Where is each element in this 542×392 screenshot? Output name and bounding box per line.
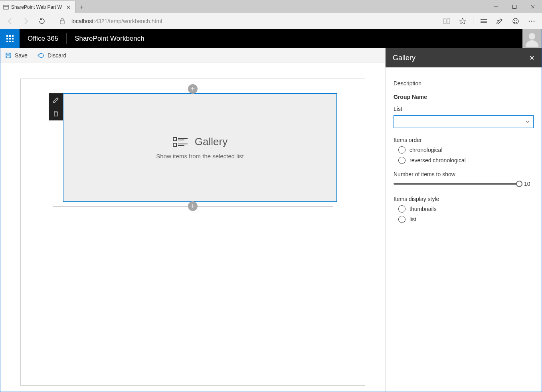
chevron-down-icon bbox=[525, 119, 530, 124]
svg-point-15 bbox=[534, 20, 535, 22]
discard-label: Discard bbox=[47, 52, 66, 59]
favorite-icon[interactable] bbox=[455, 14, 470, 28]
list-icon bbox=[172, 136, 188, 148]
radio-icon bbox=[398, 216, 406, 223]
suite-bar: Office 365 SharePoint Workbench bbox=[0, 29, 542, 48]
page-icon bbox=[3, 4, 9, 10]
items-order-label: Items order bbox=[394, 137, 534, 143]
display-style-label: Items display style bbox=[394, 196, 534, 202]
canvas-scroll[interactable]: + Gallery Show items from the selected l… bbox=[0, 63, 385, 392]
svg-point-14 bbox=[531, 20, 532, 22]
pane-group-name: Group Name bbox=[394, 94, 534, 100]
num-items-label: Number of items to show bbox=[394, 171, 534, 177]
style-option-thumbnails[interactable]: thumbnails bbox=[398, 205, 534, 213]
url-host: localhost bbox=[71, 18, 93, 24]
section-divider-top: + bbox=[49, 86, 337, 92]
slider-value: 10 bbox=[524, 181, 534, 187]
gallery-webpart[interactable]: Gallery Show items from the selected lis… bbox=[63, 93, 337, 202]
pane-description-label: Description bbox=[394, 80, 534, 87]
brand-label[interactable]: Office 365 bbox=[20, 33, 67, 44]
section-divider-bottom: + bbox=[49, 203, 337, 209]
radio-icon bbox=[398, 157, 406, 164]
slider-track bbox=[394, 183, 519, 185]
app-title: SharePoint Workbench bbox=[67, 35, 152, 43]
radio-icon bbox=[398, 205, 406, 213]
undo-icon bbox=[37, 52, 44, 59]
svg-rect-0 bbox=[4, 5, 8, 9]
separator bbox=[473, 17, 473, 26]
nav-forward-button[interactable] bbox=[19, 14, 33, 28]
notes-icon[interactable] bbox=[493, 14, 507, 28]
order-option-reversed[interactable]: reversed chronological bbox=[398, 157, 534, 164]
person-icon bbox=[524, 31, 540, 47]
discard-button[interactable]: Discard bbox=[32, 48, 71, 62]
page-canvas: + Gallery Show items from the selected l… bbox=[20, 79, 365, 386]
svg-point-13 bbox=[529, 20, 530, 22]
user-avatar[interactable] bbox=[522, 29, 542, 48]
window-controls bbox=[487, 0, 542, 13]
svg-rect-25 bbox=[173, 143, 176, 146]
style-option-list[interactable]: list bbox=[398, 216, 534, 223]
waffle-icon bbox=[6, 35, 14, 42]
browser-tab[interactable]: SharePoint Web Part W ✕ bbox=[0, 1, 76, 13]
pencil-icon bbox=[53, 97, 59, 103]
nav-back-button[interactable] bbox=[3, 14, 17, 28]
add-webpart-button-bottom[interactable]: + bbox=[188, 201, 198, 211]
browser-address-bar: localhost:4321/temp/workbench.html bbox=[0, 13, 542, 29]
webpart-toolbar bbox=[49, 93, 63, 120]
svg-rect-3 bbox=[513, 5, 516, 8]
pane-close-button[interactable]: ✕ bbox=[529, 54, 534, 62]
hub-icon[interactable] bbox=[477, 14, 491, 28]
window-close-button[interactable] bbox=[524, 0, 542, 13]
webpart-title-row: Gallery bbox=[172, 136, 227, 148]
order-option-chronological[interactable]: chronological bbox=[398, 146, 534, 154]
reading-view-icon[interactable] bbox=[439, 14, 454, 28]
nav-refresh-button[interactable] bbox=[35, 14, 49, 28]
save-button[interactable]: Save bbox=[0, 48, 32, 62]
edit-webpart-button[interactable] bbox=[49, 93, 63, 107]
save-label: Save bbox=[15, 52, 28, 59]
svg-point-11 bbox=[514, 20, 515, 21]
list-field-label: List bbox=[394, 106, 534, 112]
radio-label: chronological bbox=[409, 147, 443, 153]
list-dropdown[interactable] bbox=[394, 115, 534, 128]
radio-label: list bbox=[409, 216, 416, 223]
app-launcher-button[interactable] bbox=[0, 29, 20, 48]
svg-point-16 bbox=[529, 33, 535, 39]
add-webpart-button-top[interactable]: + bbox=[188, 84, 198, 94]
new-tab-button[interactable]: + bbox=[76, 1, 88, 13]
url-path: :4321/temp/workbench.html bbox=[93, 18, 162, 24]
svg-rect-22 bbox=[173, 138, 176, 141]
slider-thumb[interactable] bbox=[516, 181, 522, 187]
separator bbox=[52, 16, 52, 26]
tab-title: SharePoint Web Part W bbox=[11, 4, 64, 10]
radio-label: thumbnails bbox=[409, 206, 437, 212]
pane-body: Description Group Name List Items order … bbox=[386, 67, 542, 233]
webpart-title: Gallery bbox=[195, 136, 227, 148]
radio-label: reversed chronological bbox=[409, 157, 466, 163]
svg-point-12 bbox=[516, 20, 517, 21]
site-info-icon[interactable] bbox=[55, 14, 69, 28]
trash-icon bbox=[53, 110, 59, 117]
radio-icon bbox=[398, 146, 406, 154]
webpart-subtitle: Show items from the selected list bbox=[156, 153, 243, 160]
pane-title: Gallery bbox=[393, 54, 415, 62]
address-field[interactable]: localhost:4321/temp/workbench.html bbox=[71, 18, 437, 24]
webpart-row: Gallery Show items from the selected lis… bbox=[49, 93, 337, 202]
delete-webpart-button[interactable] bbox=[49, 107, 63, 120]
property-pane: Gallery ✕ Description Group Name List It… bbox=[385, 48, 542, 392]
pane-header: Gallery ✕ bbox=[386, 48, 542, 67]
tab-close-button[interactable]: ✕ bbox=[64, 4, 72, 10]
browser-tab-bar: SharePoint Web Part W ✕ + bbox=[0, 0, 542, 13]
num-items-slider[interactable]: 10 bbox=[394, 181, 534, 187]
more-icon[interactable] bbox=[524, 14, 539, 28]
save-icon bbox=[5, 52, 12, 59]
window-maximize-button[interactable] bbox=[505, 0, 524, 13]
share-icon[interactable] bbox=[508, 14, 523, 28]
app-frame: Office 365 SharePoint Workbench Save Dis… bbox=[0, 29, 542, 392]
window-minimize-button[interactable] bbox=[487, 0, 505, 13]
svg-rect-6 bbox=[60, 20, 64, 24]
